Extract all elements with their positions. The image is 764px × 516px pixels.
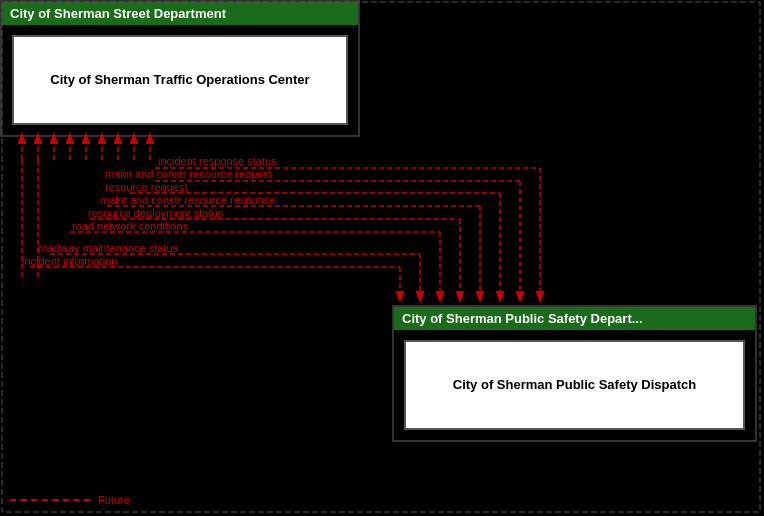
svg-text:maint and constr resource requ: maint and constr resource request [105, 168, 272, 180]
right-org-box: City of Sherman Public Safety Depart... … [392, 305, 757, 442]
legend-line [10, 499, 90, 501]
svg-text:resource request: resource request [105, 181, 188, 193]
left-org-box: City of Sherman Street Department City o… [0, 0, 360, 137]
svg-text:maint and constr resource resp: maint and constr resource response [100, 194, 275, 206]
right-org-header: City of Sherman Public Safety Depart... [394, 307, 755, 330]
svg-text:resource deployment status: resource deployment status [88, 207, 224, 219]
right-inner-title: City of Sherman Public Safety Dispatch [453, 376, 696, 394]
svg-text:incident information: incident information [22, 255, 117, 267]
svg-text:roadway maintenance status: roadway maintenance status [38, 242, 179, 254]
diagram-container: City of Sherman Street Department City o… [0, 0, 764, 516]
left-org-header: City of Sherman Street Department [2, 2, 358, 25]
svg-text:road network conditions: road network conditions [72, 220, 189, 232]
right-inner-box: City of Sherman Public Safety Dispatch [404, 340, 745, 430]
svg-text:incident response status: incident response status [158, 155, 277, 167]
legend: Future [10, 494, 130, 506]
left-inner-title: City of Sherman Traffic Operations Cente… [50, 71, 309, 89]
left-inner-box: City of Sherman Traffic Operations Cente… [12, 35, 348, 125]
legend-label: Future [98, 494, 130, 506]
